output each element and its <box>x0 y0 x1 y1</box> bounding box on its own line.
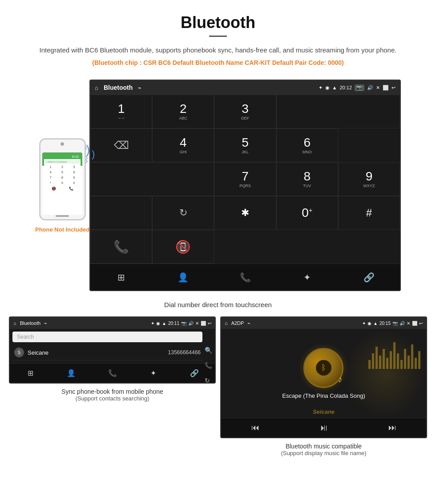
svg-rect-15 <box>408 356 410 369</box>
bottom-bluetooth-icon[interactable]: ✦ <box>276 264 338 290</box>
svg-rect-13 <box>400 360 403 369</box>
bottom-grid-icon[interactable]: ⊞ <box>90 264 152 290</box>
pb-phone-icon[interactable]: 📞 <box>92 364 133 383</box>
main-screen-section: ) ) ) ᛒ M:20 + Add to Contacts 123 456 7 <box>0 80 436 296</box>
home-icon[interactable]: ⌂ <box>95 84 98 91</box>
call-right-icon[interactable]: 📞 <box>205 362 212 369</box>
music-camera-icon[interactable]: 📷 <box>392 321 398 326</box>
call-green-button[interactable]: 📞 <box>90 230 152 264</box>
pb-usb-icon: ⌁ <box>44 320 47 326</box>
svg-rect-4 <box>368 360 371 369</box>
prev-track-button[interactable]: ⏮ <box>251 423 259 432</box>
music-bt-icon: ✦ <box>362 321 366 326</box>
dial-key-3[interactable]: 3 DEF <box>214 95 276 128</box>
phone-not-included-label: Phone Not Included <box>35 226 89 233</box>
android-dial-screen: ⌂ Bluetooth ⌁ ✦ ◉ ▲ 20:12 📷 🔊 ✕ ⬜ ↩ 1 ∽∽ <box>89 80 401 291</box>
refresh-right-icon[interactable]: ↻ <box>205 377 212 384</box>
dial-key-5[interactable]: 5 JKL <box>214 128 276 162</box>
music-song-title: Escape (The Pina Colada Song) <box>282 392 365 399</box>
bottom-panels: ⌂ Bluetooth ⌁ ✦ ◉ ▲ 20:11 📷 🔊 ✕ ⬜ ↩ <box>0 316 436 465</box>
usb-icon: ⌁ <box>138 84 141 91</box>
call-red-button[interactable]: 📵 <box>152 230 214 264</box>
window-icon[interactable]: ⬜ <box>383 85 389 91</box>
dial-key-7[interactable]: 7 PQRS <box>214 162 276 196</box>
dial-key-6[interactable]: 6 MNO <box>276 128 338 162</box>
pb-camera-icon[interactable]: 📷 <box>181 321 186 326</box>
next-track-button[interactable]: ⏭ <box>388 423 396 432</box>
music-win-icon[interactable]: ⬜ <box>412 321 417 326</box>
bt-status-icon: ✦ <box>319 85 323 91</box>
dial-key-9[interactable]: 9 WXYZ <box>338 162 400 196</box>
bottom-phone-icon[interactable]: 📞 <box>214 264 276 290</box>
pb-close-icon[interactable]: ✕ <box>195 321 199 326</box>
dial-key-0[interactable]: 0+ <box>276 196 338 230</box>
dial-keypad: 1 ∽∽ 2 ABC 3 DEF ⌫ 4 GHI 5 J <box>90 95 400 264</box>
phonebook-bottom-bar: ⊞ 👤 📞 ✦ 🔗 <box>10 363 215 383</box>
svg-text:): ) <box>92 148 95 160</box>
dial-topbar: ⌂ Bluetooth ⌁ ✦ ◉ ▲ 20:12 📷 🔊 ✕ ⬜ ↩ <box>90 80 400 95</box>
svg-rect-16 <box>411 344 413 369</box>
close-icon[interactable]: ✕ <box>376 85 380 91</box>
bluetooth-waves-icon: ) ) ) ᛒ <box>84 140 110 172</box>
phone-image: M:20 + Add to Contacts 123 456 789 *0# 📵… <box>39 138 86 220</box>
phonebook-caption-main: Sync phone-book from mobile phone <box>13 388 211 395</box>
location-icon: ◉ <box>325 85 330 91</box>
music-home-icon[interactable]: ⌂ <box>225 320 228 326</box>
dial-empty-3a <box>90 196 152 230</box>
music-note-icon: ♪ <box>338 374 342 384</box>
pb-win-icon[interactable]: ⬜ <box>201 321 206 326</box>
back-icon[interactable]: ↩ <box>392 85 396 91</box>
topbar-right: ✦ ◉ ▲ 20:12 📷 🔊 ✕ ⬜ ↩ <box>319 84 396 91</box>
music-caption-main: Bluetooth music compatible <box>225 443 423 450</box>
bottom-contacts-icon[interactable]: 👤 <box>152 264 214 290</box>
dial-key-8[interactable]: 8 TUV <box>276 162 338 196</box>
music-close-icon[interactable]: ✕ <box>407 321 410 326</box>
camera-button[interactable]: 📷 <box>355 84 364 91</box>
phonebook-panel-wrapper: ⌂ Bluetooth ⌁ ✦ ◉ ▲ 20:11 📷 🔊 ✕ ⬜ ↩ <box>9 316 216 456</box>
svg-rect-10 <box>390 351 392 369</box>
pb-title: Bluetooth <box>20 320 40 326</box>
phonebook-topbar: ⌂ Bluetooth ⌁ ✦ ◉ ▲ 20:11 📷 🔊 ✕ ⬜ ↩ <box>10 317 215 329</box>
topbar-title: Bluetooth <box>104 84 133 91</box>
page-title: Bluetooth <box>27 13 409 32</box>
svg-rect-14 <box>404 349 406 369</box>
dial-key-1[interactable]: 1 ∽∽ <box>90 95 152 128</box>
search-right-icon[interactable]: 🔍 <box>205 347 212 354</box>
music-caption: Bluetooth music compatible (Support disp… <box>220 443 427 456</box>
volume-icon[interactable]: 🔊 <box>367 85 373 91</box>
music-album-art: ᛒ ♪ <box>303 348 343 388</box>
pb-grid-icon[interactable]: ⊞ <box>10 364 51 383</box>
music-album-inner: ᛒ <box>316 360 331 376</box>
music-title: A2DP <box>231 320 244 326</box>
pb-contacts-icon[interactable]: 👤 <box>51 364 92 383</box>
dial-key-hash[interactable]: # <box>338 196 400 230</box>
music-panel: ⌂ A2DP ⌁ ✦ ◉ ▲ 20:15 📷 🔊 ✕ ⬜ ↩ <box>220 316 427 438</box>
dial-key-4[interactable]: 4 GHI <box>152 128 214 162</box>
play-pause-button[interactable]: ⏯ <box>319 423 328 433</box>
music-back-icon[interactable]: ↩ <box>419 321 423 326</box>
music-vol-icon[interactable]: 🔊 <box>400 321 405 326</box>
pb-bt-bottom-icon[interactable]: ✦ <box>133 364 174 383</box>
page-description: Integrated with BC6 Bluetooth module, su… <box>27 45 409 56</box>
dial-key-2[interactable]: 2 ABC <box>152 95 214 128</box>
contact-name: Seicane <box>28 349 168 356</box>
pb-bt-icon: ✦ <box>151 321 154 326</box>
pb-location-icon: ◉ <box>156 321 160 326</box>
pb-home-icon[interactable]: ⌂ <box>13 320 16 326</box>
topbar-left: ⌂ Bluetooth ⌁ <box>95 84 141 91</box>
music-panel-wrapper: ⌂ A2DP ⌁ ✦ ◉ ▲ 20:15 📷 🔊 ✕ ⬜ ↩ <box>220 316 427 456</box>
right-icons-col: 🔍 📞 ↻ <box>205 347 212 384</box>
title-divider <box>209 36 227 37</box>
topbar-time: 20:12 <box>340 85 352 90</box>
svg-rect-17 <box>415 358 417 369</box>
pb-back-icon[interactable]: ↩ <box>208 321 211 326</box>
pb-vol-icon[interactable]: 🔊 <box>188 321 194 326</box>
refresh-button[interactable]: ↻ <box>152 196 214 230</box>
dial-key-star[interactable]: ✱ <box>214 196 276 230</box>
signal-icon: ▲ <box>332 85 337 90</box>
bottom-link-icon[interactable]: 🔗 <box>338 264 400 290</box>
search-bar[interactable]: Search <box>12 332 202 342</box>
phonebook-content: Search S Seicane 13566664466 🔍 📞 ↻ <box>10 329 215 363</box>
svg-rect-11 <box>393 342 396 369</box>
phone-mockup-area: ) ) ) ᛒ M:20 + Add to Contacts 123 456 7 <box>35 138 89 233</box>
